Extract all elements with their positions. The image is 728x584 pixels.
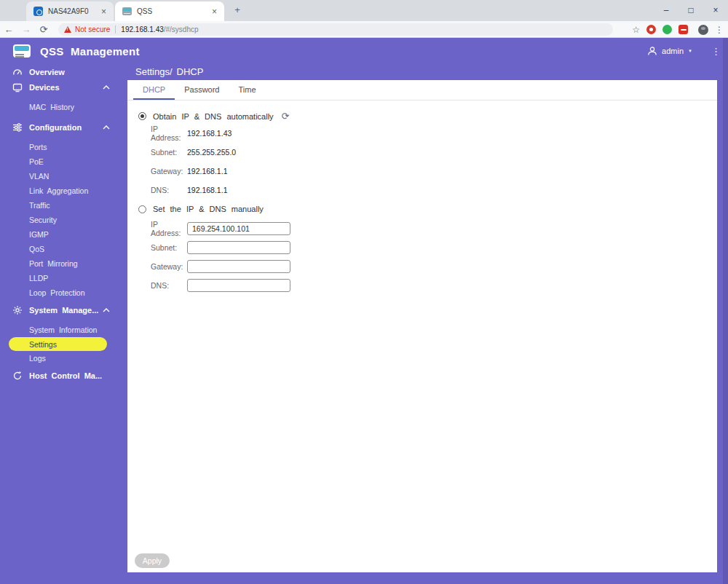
tab-title: QSS [137, 7, 210, 15]
sidebar-item-overview[interactable]: Overview [0, 64, 127, 79]
dns-input[interactable] [187, 279, 290, 292]
field-row-subnet: Subnet: 255.255.255.0 [151, 148, 717, 156]
chevron-up-icon [103, 308, 110, 312]
manual-section: Set the IP & DNS manually IP Address: Su… [138, 205, 717, 293]
field-label: DNS: [151, 186, 187, 194]
page-scrollbar[interactable] [723, 38, 728, 584]
sidebar-item-logs[interactable]: Logs [0, 351, 127, 366]
sidebar-item-vlan[interactable]: VLAN [0, 169, 127, 184]
field-label: Subnet: [151, 243, 187, 252]
sidebar-item-loop-protection[interactable]: Loop Protection [0, 285, 127, 300]
sidebar-item-system-management[interactable]: System Manage... [0, 302, 127, 317]
sidebar-item-label: Port Mirroring [29, 259, 78, 268]
close-tab-icon[interactable]: × [100, 7, 108, 17]
screen: NAS42A9F0 × QSS × + – □ × ← → ⟳ Not secu… [0, 0, 728, 584]
sidebar-item-qos[interactable]: QoS [0, 242, 127, 256]
gateway-input[interactable] [187, 260, 290, 273]
sidebar-item-settings[interactable]: Settings [9, 337, 107, 351]
sidebar: Overview Devices MAC History Configurati… [0, 64, 127, 584]
set-manual-radio[interactable] [138, 205, 146, 213]
extension-icon-red-square[interactable] [678, 25, 688, 34]
nas-favicon-icon [33, 7, 43, 16]
sidebar-item-label: PoE [29, 157, 44, 166]
not-secure-label[interactable]: Not secure [75, 25, 116, 33]
tab-title: NAS42A9F0 [48, 7, 100, 15]
url-path: /#/sysdhcp [164, 25, 199, 33]
tab-password[interactable]: Password [175, 80, 229, 100]
tab-time[interactable]: Time [229, 80, 265, 100]
sidebar-item-label: LLDP [29, 274, 48, 283]
sidebar-item-label: IGMP [29, 230, 49, 239]
sidebar-item-link-aggregation[interactable]: Link Aggregation [0, 184, 127, 198]
forward-icon[interactable]: → [17, 24, 35, 35]
sidebar-item-lldp[interactable]: LLDP [0, 271, 127, 285]
header-menu-icon[interactable]: ⋮ [711, 46, 721, 57]
sidebar-item-devices[interactable]: Devices [0, 79, 127, 95]
dhcp-form: Obtain IP & DNS automatically ⟳ IP Addre… [127, 100, 717, 293]
browser-tab-bar: NAS42A9F0 × QSS × + – □ × [0, 0, 728, 21]
user-icon [647, 46, 657, 56]
breadcrumb: Settings/DHCP [135, 66, 203, 77]
breadcrumb-current: DHCP [177, 66, 204, 77]
user-menu[interactable]: admin ▼ [647, 46, 692, 56]
field-row-dns: DNS: 192.168.1.1 [151, 186, 717, 194]
ip-address-input[interactable] [187, 222, 290, 235]
sidebar-item-label: Settings [29, 340, 57, 349]
browser-tab-nas[interactable]: NAS42A9F0 × [26, 1, 114, 21]
toolbar-right: ☆ ⋮ [632, 21, 724, 38]
breadcrumb-root[interactable]: Settings/ [135, 66, 173, 77]
browser-tab-qss[interactable]: QSS × [115, 1, 224, 21]
sidebar-item-label: System Information [29, 325, 97, 334]
sidebar-item-traffic[interactable]: Traffic [0, 198, 127, 213]
browser-profile-icon[interactable] [698, 25, 708, 35]
field-label: Subnet: [151, 148, 187, 157]
new-tab-button[interactable]: + [232, 4, 243, 15]
sidebar-item-label: Overview [29, 68, 65, 76]
reload-icon[interactable]: ⟳ [35, 24, 52, 35]
field-row-ip-manual: IP Address: [151, 221, 717, 236]
tab-dhcp[interactable]: DHCP [133, 80, 175, 100]
sidebar-item-label: QoS [29, 245, 44, 253]
sidebar-item-ports[interactable]: Ports [0, 140, 127, 154]
sidebar-item-label: Logs [29, 354, 46, 363]
bookmark-star-icon[interactable]: ☆ [632, 25, 640, 35]
extension-icon-green[interactable] [662, 25, 672, 34]
sidebar-item-label: Loop Protection [29, 288, 85, 297]
sidebar-item-label: MAC History [29, 103, 74, 111]
sidebar-item-port-mirroring[interactable]: Port Mirroring [0, 256, 127, 271]
auto-rows: IP Address: 192.168.1.43 Subnet: 255.255… [151, 129, 717, 194]
extension-icon-red[interactable] [646, 25, 656, 34]
field-row-gateway-manual: Gateway: [151, 259, 717, 274]
field-label: Gateway: [151, 167, 187, 175]
sidebar-item-system-information[interactable]: System Information [0, 323, 127, 337]
dns-value: 192.168.1.1 [187, 186, 227, 194]
close-tab-icon[interactable]: × [210, 7, 218, 17]
field-label: IP Address: [151, 125, 187, 142]
minimize-button[interactable]: – [654, 0, 678, 20]
refresh-icon[interactable]: ⟳ [282, 111, 290, 121]
sidebar-item-label: VLAN [29, 172, 49, 181]
sidebar-item-igmp[interactable]: IGMP [0, 227, 127, 242]
sidebar-item-poe[interactable]: PoE [0, 154, 127, 169]
chevron-down-icon: ▼ [688, 49, 692, 53]
sidebar-item-label: Link Aggregation [29, 186, 88, 195]
sidebar-item-configuration[interactable]: Configuration [0, 119, 127, 135]
address-bar[interactable]: Not secure 192.168.1.43/#/sysdhcp [58, 23, 613, 36]
header-right: admin ▼ ⋮ [647, 38, 721, 64]
sidebar-item-mac-history[interactable]: MAC History [0, 100, 127, 114]
apply-button[interactable]: Apply [135, 553, 170, 568]
sidebar-item-host-control[interactable]: Host Control Ma... [0, 368, 127, 383]
field-row-dns-manual: DNS: [151, 278, 717, 293]
subnet-input[interactable] [187, 241, 290, 254]
sidebar-item-label: System Manage... [29, 306, 98, 315]
obtain-auto-radio[interactable] [138, 112, 146, 120]
manual-radio-row: Set the IP & DNS manually [138, 205, 717, 213]
sidebar-item-label: Security [29, 216, 57, 224]
ip-address-value: 192.168.1.43 [187, 129, 232, 138]
chevron-up-icon [103, 85, 110, 90]
back-icon[interactable]: ← [0, 24, 17, 35]
close-window-button[interactable]: × [703, 0, 728, 20]
maximize-button[interactable]: □ [678, 0, 703, 20]
sidebar-item-security[interactable]: Security [0, 213, 127, 227]
browser-menu-icon[interactable]: ⋮ [715, 25, 724, 35]
